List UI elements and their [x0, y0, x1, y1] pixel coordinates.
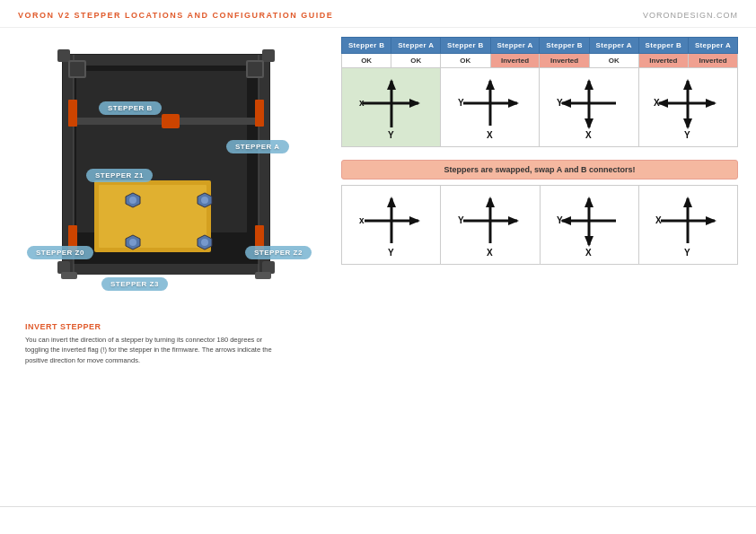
- svg-rect-13: [262, 49, 275, 62]
- diagram-top-1: x Y: [342, 68, 441, 147]
- col-header-5: Stepper B: [540, 38, 589, 54]
- svg-marker-47: [508, 99, 519, 108]
- stepper-a-label: STEPPER A: [226, 140, 289, 153]
- svg-rect-14: [57, 261, 70, 274]
- svg-rect-31: [255, 272, 271, 279]
- svg-point-34: [129, 239, 136, 246]
- svg-rect-12: [57, 49, 70, 62]
- svg-rect-21: [70, 62, 84, 76]
- svg-marker-74: [508, 216, 519, 225]
- invert-description: You can invert the direction of a steppe…: [25, 335, 286, 365]
- col-header-2: Stepper A: [391, 38, 441, 54]
- svg-marker-67: [387, 197, 396, 207]
- svg-rect-28: [68, 100, 77, 127]
- svg-marker-53: [585, 118, 593, 129]
- main-content: STEPPER B STEPPER A STEPPER Z1 STEPPER Z…: [0, 28, 756, 374]
- left-panel: STEPPER B STEPPER A STEPPER Z1 STEPPER Z…: [18, 37, 323, 365]
- diagram-row-top: x Y Y: [342, 68, 738, 147]
- cross-svg-2: Y X: [454, 72, 526, 139]
- config-table: Stepper B Stepper A Stepper B Stepper A …: [341, 37, 738, 147]
- right-panel: Stepper B Stepper A Stepper B Stepper A …: [341, 37, 738, 365]
- stepper-z0-label: STEPPER Z0: [27, 246, 93, 259]
- svg-text:Y: Y: [388, 248, 394, 257]
- site-label: VORONDESIGN.COM: [643, 11, 738, 20]
- svg-text:Y: Y: [458, 215, 464, 225]
- status-5: Inverted: [540, 54, 589, 68]
- svg-text:Y: Y: [557, 215, 563, 225]
- svg-text:Y: Y: [684, 130, 690, 139]
- swap-warning-banner: Steppers are swapped, swap A and B conne…: [341, 160, 738, 179]
- svg-rect-25: [162, 114, 180, 128]
- status-row: OK OK OK Inverted Inverted OK Inverted I…: [342, 54, 738, 68]
- stepper-z1-label: STEPPER Z1: [86, 169, 153, 182]
- svg-rect-15: [262, 261, 275, 274]
- cross-svg-4: X Y: [652, 72, 724, 139]
- col-header-6: Stepper A: [589, 38, 638, 54]
- stepper-b-label: STEPPER B: [99, 101, 162, 115]
- svg-rect-29: [255, 100, 264, 127]
- svg-rect-5: [99, 185, 207, 248]
- status-4: Inverted: [490, 54, 540, 68]
- swap-svg-1: x Y: [356, 189, 427, 257]
- status-7: Inverted: [638, 54, 688, 68]
- invert-section: INVERT STEPPER You can invert the direct…: [18, 322, 323, 365]
- swap-diagram-row: x Y Y X: [342, 186, 738, 265]
- status-2: OK: [391, 54, 441, 68]
- table-header-row: Stepper B Stepper A Stepper B Stepper A …: [342, 38, 738, 54]
- swap-diagram-4: X Y: [638, 186, 737, 265]
- stepper-z2-label: STEPPER Z2: [245, 246, 312, 259]
- svg-point-35: [201, 239, 208, 246]
- svg-point-32: [129, 197, 136, 204]
- col-header-3: Stepper B: [441, 38, 490, 54]
- swap-svg-4: X Y: [652, 189, 724, 257]
- svg-text:X: X: [585, 248, 592, 257]
- svg-marker-87: [706, 216, 716, 225]
- svg-text:X: X: [487, 130, 493, 139]
- swap-diagram-3: Y X: [540, 186, 638, 265]
- config-table-wrap: Stepper B Stepper A Stepper B Stepper A …: [341, 37, 738, 147]
- col-header-1: Stepper B: [342, 38, 391, 54]
- svg-marker-59: [683, 79, 692, 90]
- svg-marker-73: [486, 197, 495, 207]
- svg-rect-8: [63, 55, 269, 66]
- status-1: OK: [342, 54, 391, 68]
- svg-text:x: x: [359, 215, 365, 225]
- svg-marker-46: [486, 79, 495, 90]
- svg-rect-23: [248, 62, 262, 76]
- swap-diagram-1: x Y: [342, 186, 441, 265]
- svg-text:Y: Y: [388, 130, 394, 139]
- diagram-top-2: Y X: [441, 68, 540, 147]
- status-3: OK: [441, 54, 490, 68]
- col-header-8: Stepper A: [688, 38, 737, 54]
- svg-text:x: x: [359, 98, 365, 108]
- swap-section: Steppers are swapped, swap A and B conne…: [341, 160, 738, 265]
- svg-marker-80: [585, 236, 593, 247]
- cross-svg-1: x Y: [356, 72, 427, 139]
- printer-svg: [36, 46, 305, 306]
- cross-svg-3: Y X: [553, 72, 625, 139]
- svg-text:X: X: [655, 215, 662, 225]
- svg-text:Y: Y: [684, 248, 690, 257]
- svg-point-33: [201, 197, 208, 204]
- diagram-top-4: X Y: [638, 68, 737, 147]
- svg-rect-9: [63, 264, 269, 275]
- svg-marker-61: [706, 99, 716, 108]
- printer-diagram: STEPPER B STEPPER A STEPPER Z1 STEPPER Z…: [18, 37, 323, 315]
- header: VORON V2 STEPPER LOCATIONS AND CONFIGURA…: [0, 0, 756, 28]
- col-header-7: Stepper B: [638, 38, 688, 54]
- swap-table: x Y Y X: [341, 185, 738, 265]
- diagram-top-3: Y X: [540, 68, 638, 147]
- swap-svg-3: Y X: [553, 189, 625, 257]
- page-title: VORON V2 STEPPER LOCATIONS AND CONFIGURA…: [18, 11, 333, 20]
- svg-text:Y: Y: [458, 98, 464, 108]
- svg-text:Y: Y: [557, 98, 563, 108]
- swap-svg-2: Y X: [454, 189, 526, 257]
- stepper-z3-label: STEPPER Z3: [101, 277, 168, 291]
- svg-text:X: X: [585, 130, 592, 139]
- svg-marker-52: [585, 79, 593, 90]
- svg-marker-39: [409, 99, 420, 108]
- status-8: Inverted: [688, 54, 737, 68]
- col-header-4: Stepper A: [490, 38, 540, 54]
- svg-rect-30: [61, 272, 77, 279]
- swap-diagram-2: Y X: [441, 186, 540, 265]
